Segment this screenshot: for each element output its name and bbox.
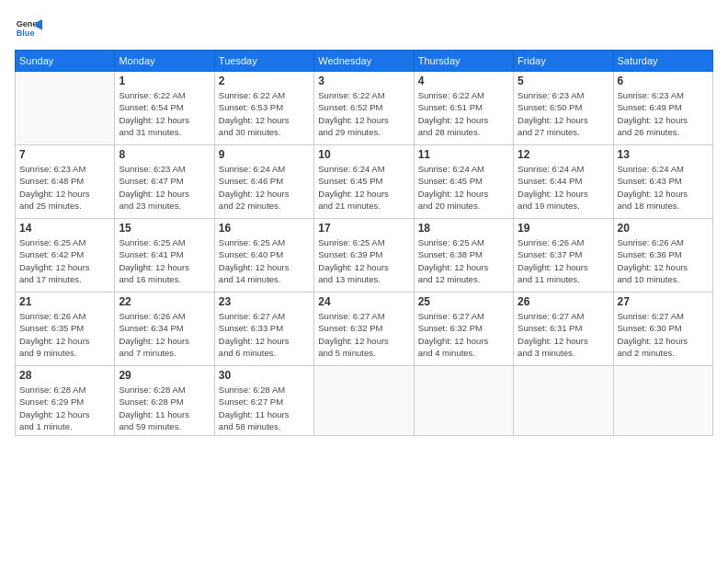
day-number: 25 (418, 295, 509, 308)
logo-icon: General Blue (15, 15, 42, 42)
calendar-cell: 18Sunrise: 6:25 AMSunset: 6:38 PMDayligh… (414, 219, 513, 293)
calendar-cell: 13Sunrise: 6:24 AMSunset: 6:43 PMDayligh… (613, 145, 712, 219)
day-info: Sunrise: 6:25 AMSunset: 6:39 PMDaylight:… (318, 236, 409, 285)
calendar-cell: 27Sunrise: 6:27 AMSunset: 6:30 PMDayligh… (613, 293, 712, 366)
calendar-cell: 30Sunrise: 6:28 AMSunset: 6:27 PMDayligh… (214, 366, 313, 436)
day-number: 17 (318, 222, 409, 235)
day-number: 12 (518, 148, 609, 161)
calendar-cell: 12Sunrise: 6:24 AMSunset: 6:44 PMDayligh… (514, 145, 613, 219)
day-number: 1 (119, 75, 210, 87)
weekday-header-row: SundayMondayTuesdayWednesdayThursdayFrid… (16, 51, 713, 72)
calendar-cell: 14Sunrise: 6:25 AMSunset: 6:42 PMDayligh… (16, 219, 115, 293)
weekday-monday: Monday (115, 51, 214, 72)
calendar-week-2: 7Sunrise: 6:23 AMSunset: 6:48 PMDaylight… (16, 145, 713, 219)
day-number: 22 (119, 295, 210, 308)
day-info: Sunrise: 6:23 AMSunset: 6:47 PMDaylight:… (119, 163, 210, 212)
day-number: 26 (518, 295, 609, 308)
day-number: 10 (318, 148, 409, 161)
calendar-cell: 16Sunrise: 6:25 AMSunset: 6:40 PMDayligh… (214, 219, 313, 293)
calendar-cell: 7Sunrise: 6:23 AMSunset: 6:48 PMDaylight… (16, 145, 115, 219)
calendar-week-3: 14Sunrise: 6:25 AMSunset: 6:42 PMDayligh… (16, 219, 713, 293)
calendar-cell: 15Sunrise: 6:25 AMSunset: 6:41 PMDayligh… (115, 219, 214, 293)
weekday-friday: Friday (514, 51, 613, 72)
calendar-cell: 21Sunrise: 6:26 AMSunset: 6:35 PMDayligh… (16, 293, 115, 366)
day-number: 6 (618, 75, 709, 87)
day-number: 23 (219, 295, 310, 308)
day-info: Sunrise: 6:22 AMSunset: 6:54 PMDaylight:… (119, 89, 210, 138)
day-number: 4 (418, 75, 509, 87)
day-info: Sunrise: 6:24 AMSunset: 6:46 PMDaylight:… (219, 163, 310, 212)
day-info: Sunrise: 6:25 AMSunset: 6:38 PMDaylight:… (418, 236, 509, 285)
calendar-cell: 28Sunrise: 6:28 AMSunset: 6:29 PMDayligh… (16, 366, 115, 436)
calendar-cell (414, 366, 513, 436)
day-number: 2 (219, 75, 310, 87)
calendar-body: 1Sunrise: 6:22 AMSunset: 6:54 PMDaylight… (16, 72, 713, 436)
day-info: Sunrise: 6:25 AMSunset: 6:41 PMDaylight:… (119, 236, 210, 285)
day-number: 3 (318, 75, 409, 87)
day-number: 13 (618, 148, 709, 161)
day-number: 20 (618, 222, 709, 235)
day-number: 18 (418, 222, 509, 235)
calendar-cell: 29Sunrise: 6:28 AMSunset: 6:28 PMDayligh… (115, 366, 214, 436)
calendar-week-1: 1Sunrise: 6:22 AMSunset: 6:54 PMDaylight… (16, 72, 713, 145)
day-number: 21 (19, 295, 110, 308)
day-info: Sunrise: 6:26 AMSunset: 6:35 PMDaylight:… (19, 310, 110, 359)
day-info: Sunrise: 6:28 AMSunset: 6:29 PMDaylight:… (19, 384, 110, 432)
day-number: 15 (119, 222, 210, 235)
day-number: 8 (119, 148, 210, 161)
page-header: General Blue (15, 15, 713, 42)
day-number: 5 (518, 75, 609, 87)
calendar-cell: 3Sunrise: 6:22 AMSunset: 6:52 PMDaylight… (314, 72, 414, 145)
calendar-cell (613, 366, 712, 436)
day-number: 11 (418, 148, 509, 161)
weekday-saturday: Saturday (613, 51, 712, 72)
day-info: Sunrise: 6:28 AMSunset: 6:28 PMDaylight:… (119, 384, 210, 432)
calendar-cell: 1Sunrise: 6:22 AMSunset: 6:54 PMDaylight… (115, 72, 214, 145)
calendar-week-4: 21Sunrise: 6:26 AMSunset: 6:35 PMDayligh… (16, 293, 713, 366)
calendar-cell: 17Sunrise: 6:25 AMSunset: 6:39 PMDayligh… (314, 219, 414, 293)
svg-text:Blue: Blue (17, 29, 35, 38)
day-number: 24 (318, 295, 409, 308)
day-info: Sunrise: 6:27 AMSunset: 6:30 PMDaylight:… (618, 310, 709, 359)
day-info: Sunrise: 6:26 AMSunset: 6:34 PMDaylight:… (119, 310, 210, 359)
day-number: 27 (618, 295, 709, 308)
day-info: Sunrise: 6:23 AMSunset: 6:48 PMDaylight:… (19, 163, 110, 212)
calendar-cell: 2Sunrise: 6:22 AMSunset: 6:53 PMDaylight… (214, 72, 313, 145)
calendar-cell: 19Sunrise: 6:26 AMSunset: 6:37 PMDayligh… (514, 219, 613, 293)
day-number: 9 (219, 148, 310, 161)
day-info: Sunrise: 6:26 AMSunset: 6:37 PMDaylight:… (518, 236, 609, 285)
calendar-cell: 23Sunrise: 6:27 AMSunset: 6:33 PMDayligh… (214, 293, 313, 366)
day-info: Sunrise: 6:24 AMSunset: 6:43 PMDaylight:… (618, 163, 709, 212)
day-info: Sunrise: 6:23 AMSunset: 6:49 PMDaylight:… (618, 89, 709, 138)
day-info: Sunrise: 6:22 AMSunset: 6:52 PMDaylight:… (318, 89, 409, 138)
calendar-cell (514, 366, 613, 436)
calendar-cell: 8Sunrise: 6:23 AMSunset: 6:47 PMDaylight… (115, 145, 214, 219)
day-number: 7 (19, 148, 110, 161)
day-info: Sunrise: 6:27 AMSunset: 6:32 PMDaylight:… (418, 310, 509, 359)
logo: General Blue (15, 15, 42, 42)
day-number: 19 (518, 222, 609, 235)
day-number: 29 (119, 369, 210, 382)
day-number: 14 (19, 222, 110, 235)
day-info: Sunrise: 6:25 AMSunset: 6:40 PMDaylight:… (219, 236, 310, 285)
calendar-cell: 25Sunrise: 6:27 AMSunset: 6:32 PMDayligh… (414, 293, 513, 366)
calendar-cell: 6Sunrise: 6:23 AMSunset: 6:49 PMDaylight… (613, 72, 712, 145)
day-info: Sunrise: 6:27 AMSunset: 6:33 PMDaylight:… (219, 310, 310, 359)
day-info: Sunrise: 6:27 AMSunset: 6:31 PMDaylight:… (518, 310, 609, 359)
day-info: Sunrise: 6:25 AMSunset: 6:42 PMDaylight:… (19, 236, 110, 285)
day-number: 30 (219, 369, 310, 382)
calendar-cell: 22Sunrise: 6:26 AMSunset: 6:34 PMDayligh… (115, 293, 214, 366)
day-info: Sunrise: 6:24 AMSunset: 6:44 PMDaylight:… (518, 163, 609, 212)
day-info: Sunrise: 6:24 AMSunset: 6:45 PMDaylight:… (318, 163, 409, 212)
calendar-cell: 5Sunrise: 6:23 AMSunset: 6:50 PMDaylight… (514, 72, 613, 145)
weekday-thursday: Thursday (414, 51, 513, 72)
calendar-week-5: 28Sunrise: 6:28 AMSunset: 6:29 PMDayligh… (16, 366, 713, 436)
day-info: Sunrise: 6:22 AMSunset: 6:51 PMDaylight:… (418, 89, 509, 138)
calendar-cell (314, 366, 414, 436)
calendar-cell: 10Sunrise: 6:24 AMSunset: 6:45 PMDayligh… (314, 145, 414, 219)
day-info: Sunrise: 6:22 AMSunset: 6:53 PMDaylight:… (219, 89, 310, 138)
day-info: Sunrise: 6:28 AMSunset: 6:27 PMDaylight:… (219, 384, 310, 432)
day-number: 28 (19, 369, 110, 382)
calendar-cell: 26Sunrise: 6:27 AMSunset: 6:31 PMDayligh… (514, 293, 613, 366)
calendar-table: SundayMondayTuesdayWednesdayThursdayFrid… (15, 50, 713, 436)
